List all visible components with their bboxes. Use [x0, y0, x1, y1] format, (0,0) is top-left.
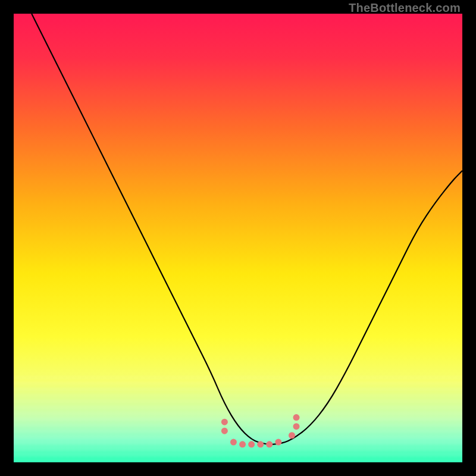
svg-rect-11 — [14, 405, 462, 409]
watermark-text: TheBottleneck.com — [349, 1, 461, 15]
marker-dot — [293, 414, 300, 421]
svg-rect-9 — [14, 399, 462, 403]
svg-rect-25 — [14, 447, 462, 451]
svg-rect-4 — [14, 384, 462, 388]
svg-rect-8 — [14, 396, 462, 400]
svg-rect-24 — [14, 444, 462, 448]
svg-rect-13 — [14, 412, 462, 415]
svg-rect-15 — [14, 418, 462, 421]
svg-rect-14 — [14, 415, 462, 418]
svg-rect-23 — [14, 441, 462, 445]
svg-rect-0 — [14, 372, 462, 376]
svg-rect-27 — [14, 453, 462, 457]
marker-dot — [293, 423, 300, 430]
marker-dot — [248, 441, 255, 447]
svg-rect-29 — [14, 459, 462, 462]
marker-dot — [257, 441, 264, 447]
svg-rect-16 — [14, 421, 462, 424]
marker-dot — [266, 441, 273, 447]
svg-rect-22 — [14, 439, 462, 442]
svg-rect-26 — [14, 450, 462, 454]
chart-frame — [14, 14, 462, 462]
svg-rect-18 — [14, 427, 462, 430]
svg-rect-3 — [14, 381, 462, 385]
svg-rect-6 — [14, 390, 462, 394]
svg-rect-5 — [14, 387, 462, 391]
svg-rect-21 — [14, 436, 462, 439]
marker-dot — [221, 419, 228, 425]
svg-rect-12 — [14, 409, 462, 412]
svg-rect-2 — [14, 378, 462, 382]
svg-rect-28 — [14, 456, 462, 460]
marker-dot — [239, 441, 246, 447]
bottom-stripes — [14, 372, 462, 462]
svg-rect-20 — [14, 433, 462, 436]
marker-dot — [275, 439, 281, 446]
svg-rect-7 — [14, 393, 462, 397]
marker-dot — [230, 439, 237, 446]
svg-rect-19 — [14, 430, 462, 433]
bottleneck-chart — [14, 14, 462, 462]
marker-dot — [221, 428, 228, 434]
svg-rect-1 — [14, 375, 462, 379]
marker-dot — [289, 432, 295, 439]
svg-rect-10 — [14, 402, 462, 406]
